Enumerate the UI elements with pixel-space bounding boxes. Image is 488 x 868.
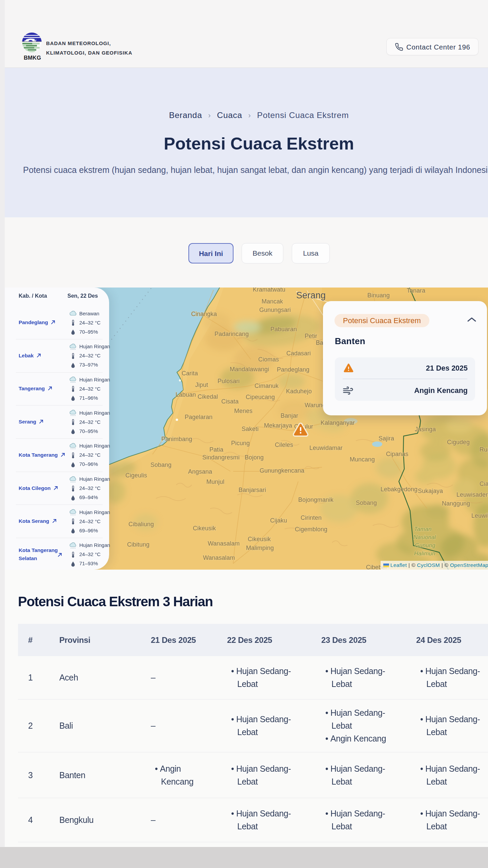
svg-text:Sukajaya: Sukajaya — [418, 488, 443, 494]
svg-text:Halimun: Halimun — [414, 550, 435, 557]
svg-text:Pulosari: Pulosari — [218, 378, 240, 384]
svg-text:Pabuaran: Pabuaran — [270, 326, 297, 333]
svg-text:Taman: Taman — [414, 526, 431, 532]
svg-text:Cirinten: Cirinten — [301, 514, 322, 521]
svg-text:Pandeglang: Pandeglang — [277, 366, 309, 373]
svg-text:Nanggung: Nanggung — [442, 500, 470, 507]
svg-text:Ciampea: Ciampea — [480, 480, 488, 487]
svg-text:Tanara: Tanara — [407, 288, 426, 294]
svg-text:Gunung: Gunung — [415, 542, 435, 549]
svg-text:Mancak: Mancak — [262, 298, 283, 305]
svg-text:Cikeusik: Cikeusik — [193, 525, 216, 532]
svg-text:Gunungsari: Gunungsari — [259, 307, 291, 313]
svg-text:Cileles: Cileles — [275, 441, 293, 448]
svg-text:Labuan: Labuan — [176, 391, 196, 398]
svg-text:Cigeulis: Cigeulis — [125, 472, 147, 479]
svg-text:Wanasalam: Wanasalam — [208, 540, 240, 547]
svg-text:Cikeusik: Cikeusik — [248, 536, 271, 542]
svg-text:Cigudeg: Cigudeg — [447, 439, 470, 446]
svg-text:Cibaliung: Cibaliung — [128, 521, 154, 528]
svg-text:Cijaku: Cijaku — [270, 517, 287, 524]
svg-text:Pagelaran: Pagelaran — [185, 414, 212, 420]
svg-text:Cinangka: Cinangka — [191, 311, 217, 317]
svg-text:Malimping: Malimping — [246, 545, 274, 551]
svg-text:Patia: Patia — [209, 446, 224, 453]
svg-text:Gunungkencana: Gunungkencana — [260, 467, 305, 474]
svg-text:Cipeucang: Cipeucang — [246, 394, 275, 400]
svg-text:Cibitung: Cibitung — [127, 541, 149, 548]
svg-text:Cadasari: Cadasari — [286, 350, 311, 357]
svg-text:Kalanganyar: Kalanganyar — [321, 419, 355, 426]
svg-text:Cipanas: Cipanas — [386, 451, 408, 457]
svg-text:Jasinga: Jasinga — [415, 426, 436, 433]
svg-text:Sajira: Sajira — [379, 435, 394, 442]
svg-text:Kramatwatu: Kramatwatu — [253, 288, 285, 293]
svg-text:Leuwiliang: Leuwiliang — [471, 512, 488, 519]
svg-text:Bojongmanik: Bojongmanik — [298, 496, 334, 503]
svg-text:Cimanuk: Cimanuk — [255, 382, 279, 389]
svg-text:Bojong: Bojong — [245, 454, 264, 461]
svg-text:Banjarsari: Banjarsari — [239, 487, 266, 493]
svg-text:Rumpin: Rumpin — [480, 446, 488, 453]
svg-text:Wanasalam: Wanasalam — [203, 554, 235, 561]
svg-text:Cisata: Cisata — [221, 398, 239, 405]
svg-text:Kaduhejo: Kaduhejo — [286, 388, 312, 395]
svg-text:Ciomas: Ciomas — [258, 356, 279, 363]
svg-text:Mekarjaya: Mekarjaya — [264, 422, 292, 429]
svg-text:Carita: Carita — [182, 370, 198, 377]
svg-text:Jiput: Jiput — [195, 381, 208, 388]
svg-text:Serang: Serang — [296, 290, 326, 300]
svg-text:Sobang: Sobang — [356, 499, 377, 506]
svg-text:Mandalawangi: Mandalawangi — [230, 366, 269, 373]
svg-text:Leuwidamar: Leuwidamar — [309, 445, 343, 451]
svg-text:Cigemblong: Cigemblong — [295, 526, 327, 533]
svg-text:Angsana: Angsana — [188, 468, 212, 475]
svg-text:Petir: Petir — [305, 333, 317, 339]
svg-text:Banjar: Banjar — [281, 412, 298, 419]
svg-text:Sobang: Sobang — [150, 461, 171, 468]
svg-text:Saketi: Saketi — [242, 426, 259, 432]
svg-text:Muncang: Muncang — [350, 456, 375, 463]
svg-text:Munjul: Munjul — [206, 478, 224, 485]
svg-text:Leuwisadeng: Leuwisadeng — [456, 491, 488, 498]
svg-text:Cikedal: Cikedal — [198, 393, 218, 400]
svg-text:Lebakgedong: Lebakgedong — [381, 486, 418, 493]
svg-text:Nasional: Nasional — [413, 534, 436, 540]
svg-text:Padarincang: Padarincang — [215, 331, 249, 337]
svg-text:Panimbang: Panimbang — [161, 436, 192, 442]
svg-text:Menes: Menes — [234, 408, 252, 414]
svg-text:Sindangresmi: Sindangresmi — [202, 454, 240, 461]
svg-text:Picung: Picung — [231, 440, 250, 447]
svg-text:Binuang: Binuang — [367, 292, 390, 299]
